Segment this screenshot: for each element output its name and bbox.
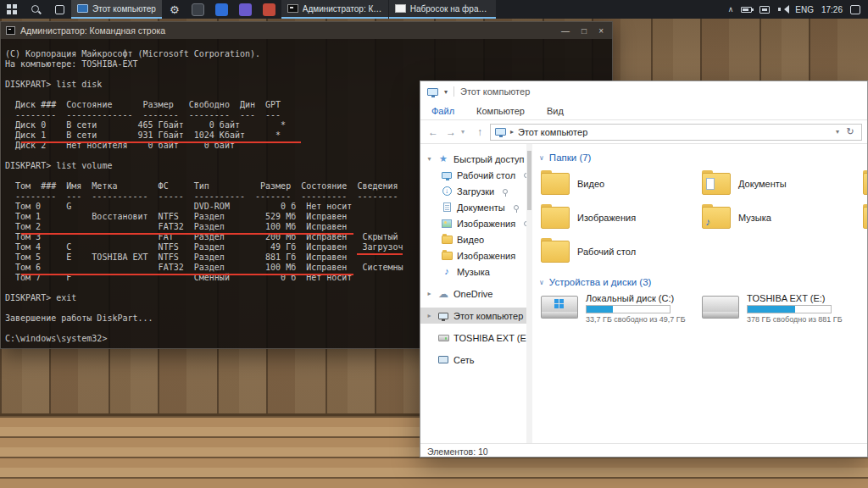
explorer-window: ▾ Этот компьютер Файл Компьютер Вид ← → …	[420, 80, 868, 458]
sidebar-item-quick-access[interactable]: ▾ ★ Быстрый доступ	[420, 151, 532, 167]
collapse-group-icon[interactable]: ∨	[539, 154, 544, 162]
sidebar-item-music[interactable]: ♪ Музыка	[420, 263, 532, 280]
volume-icon[interactable]	[777, 5, 787, 14]
group-header-folders[interactable]: ∨ Папки (7)	[539, 152, 867, 163]
sidebar-item-documents[interactable]: Документы	[420, 199, 532, 215]
sidebar-item-videos[interactable]: Видео	[420, 231, 532, 247]
action-center-icon[interactable]	[850, 5, 860, 14]
folder-tile-documents[interactable]: Документы	[698, 167, 860, 201]
pin-icon	[514, 205, 519, 210]
drive-tile-toshiba[interactable]: TOSHIBA EXT (E:) 378 ГБ свободно из 881 …	[698, 291, 860, 336]
cmd-titlebar[interactable]: Администратор: Командная строка — □ ×	[1, 22, 612, 39]
drive-icon	[438, 335, 449, 341]
group-header-devices[interactable]: ∨ Устройства и диски (3)	[539, 277, 867, 287]
desktop-icon	[442, 172, 452, 179]
chevron-right-icon[interactable]: ▸	[426, 290, 433, 297]
music-note-glyph: ♪	[705, 217, 710, 227]
folder-tile-desktop[interactable]: Рабочий стол	[537, 235, 698, 269]
taskbar-spacer	[497, 0, 721, 19]
file-list-pane: ∨ Папки (7) Видео Документы Изображения	[532, 144, 867, 443]
pinned-app-4[interactable]	[258, 0, 281, 19]
sidebar-item-toshiba-ext[interactable]: TOSHIBA EXT (E:)	[420, 330, 532, 346]
scrollbar-thumb[interactable]	[527, 151, 531, 210]
folder-icon: ♪	[702, 207, 731, 229]
address-location-icon	[495, 128, 506, 136]
folder-tile-partial[interactable]	[860, 167, 867, 201]
chevron-right-icon[interactable]: ▸	[426, 312, 433, 319]
cmd-maximize-button[interactable]: □	[581, 26, 587, 36]
pin-icon	[503, 189, 508, 194]
settings-button[interactable]: ⚙	[163, 0, 186, 19]
items-count: Элементов: 10	[427, 446, 488, 457]
language-indicator[interactable]: ENG	[795, 5, 814, 14]
battery-icon[interactable]	[741, 7, 752, 13]
quick-access-toolbar-icon[interactable]: ▾	[444, 88, 448, 96]
explorer-content: ▾ ★ Быстрый доступ Рабочий стол ↓ Загруз…	[420, 144, 867, 443]
folder-tile-partial[interactable]	[860, 201, 867, 235]
task-view-icon	[55, 5, 64, 14]
sketch-app-icon	[395, 4, 406, 13]
annotation-underline-boot	[357, 253, 403, 255]
task-view-button[interactable]	[47, 0, 71, 19]
sidebar-item-onedrive[interactable]: ▸ ☁ OneDrive	[420, 286, 532, 302]
sidebar-item-desktop[interactable]: Рабочий стол	[420, 167, 532, 183]
pinned-app-2-icon	[215, 3, 228, 16]
pinned-app-2[interactable]	[210, 0, 234, 19]
sidebar-item-pictures[interactable]: Изображения	[420, 215, 532, 231]
taskbar-button-sketch[interactable]: Набросок на фрагм...	[389, 0, 496, 19]
folders-grid: Видео Документы Изображения ♪ Музыка	[537, 167, 867, 269]
navigation-pane: ▾ ★ Быстрый доступ Рабочий стол ↓ Загруз…	[420, 144, 532, 443]
search-button[interactable]	[24, 0, 47, 19]
drive-free-space: 378 ГБ свободно из 881 ГБ	[747, 315, 843, 324]
address-path: Этот компьютер	[518, 127, 832, 137]
folder-label: Документы	[738, 179, 787, 189]
sidebar-item-this-pc[interactable]: ▸ Этот компьютер	[420, 308, 532, 324]
sidebar-label-pictures-folder: Изображения	[457, 251, 515, 261]
folder-tile-pictures[interactable]: Изображения	[537, 201, 698, 235]
folder-tile-music[interactable]: ♪ Музыка	[698, 201, 860, 235]
capacity-bar	[586, 305, 670, 313]
sidebar-item-network[interactable]: Сеть	[420, 352, 532, 368]
pinned-app-3[interactable]	[234, 0, 258, 19]
tab-computer[interactable]: Компьютер	[465, 102, 536, 119]
recent-locations-icon[interactable]: ▾	[461, 128, 470, 136]
collapse-group-icon[interactable]: ∨	[539, 279, 544, 286]
tray-expand-icon[interactable]: ∧	[728, 5, 734, 14]
drive-tile-c[interactable]: Локальный диск (C:) 33,7 ГБ свободно из …	[537, 291, 698, 336]
refresh-icon[interactable]: ↻	[843, 126, 857, 137]
cmd-window-controls: — □ ×	[561, 26, 607, 36]
cmd-minimize-button[interactable]: —	[561, 26, 570, 36]
up-button[interactable]: ↑	[472, 126, 487, 138]
chevron-down-icon[interactable]: ▾	[426, 155, 433, 163]
cmd-title: Администратор: Командная строка	[20, 25, 556, 36]
tab-file[interactable]: Файл	[420, 102, 465, 119]
folder-icon	[541, 173, 570, 195]
start-button[interactable]	[0, 0, 24, 19]
explorer-titlebar[interactable]: ▾ Этот компьютер	[420, 81, 867, 102]
taskbar-button-cmd[interactable]: Администратор: Ко...	[281, 0, 388, 19]
group-header-folders-label: Папки (7)	[549, 152, 592, 163]
sidebar-item-pictures-folder[interactable]: Изображения	[420, 247, 532, 263]
clock[interactable]: 17:26	[821, 5, 843, 14]
pinned-app-1[interactable]	[186, 0, 210, 19]
pinned-app-4-icon	[263, 3, 275, 16]
cmd-close-button[interactable]: ×	[598, 26, 604, 36]
sidebar-scrollbar[interactable]	[526, 144, 532, 443]
cmd-icon	[6, 26, 15, 35]
back-button[interactable]: ←	[426, 126, 441, 138]
group-header-devices-label: Устройства и диски (3)	[549, 277, 652, 287]
taskbar-button-explorer[interactable]: Этот компьютер	[71, 0, 162, 19]
windows-logo-icon	[7, 4, 17, 14]
address-dropdown-icon[interactable]: ▾	[836, 128, 839, 136]
folder-label: Рабочий стол	[577, 247, 636, 257]
address-input[interactable]: ▸ Этот компьютер ▾ ↻	[490, 124, 862, 141]
forward-button[interactable]: →	[443, 126, 459, 138]
sidebar-item-downloads[interactable]: ↓ Загрузки	[420, 183, 532, 199]
network-icon[interactable]	[760, 6, 770, 14]
tab-view[interactable]: Вид	[536, 102, 575, 119]
sidebar-label-onedrive: OneDrive	[453, 289, 492, 299]
explorer-ribbon-tabs: Файл Компьютер Вид	[420, 102, 867, 120]
address-chevron-icon[interactable]: ▸	[510, 128, 514, 136]
folder-tile-videos[interactable]: Видео	[537, 167, 698, 201]
cmd-app-icon	[287, 4, 298, 13]
